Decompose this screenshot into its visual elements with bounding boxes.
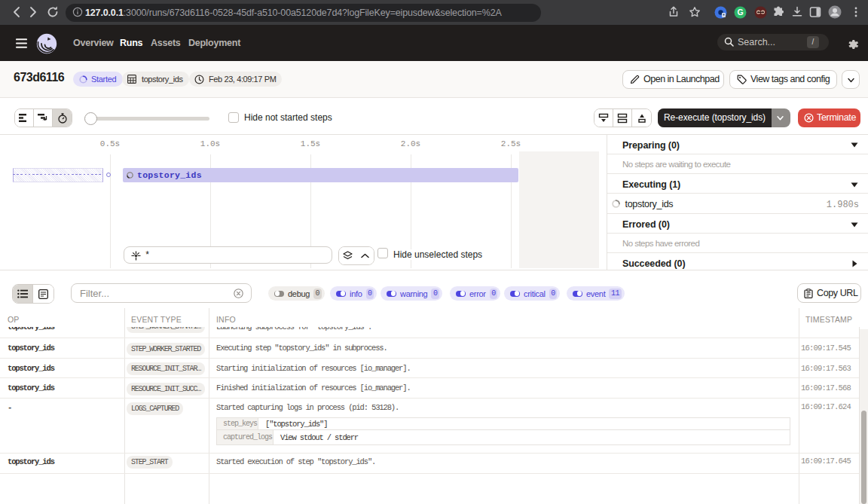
svg-text:G: G xyxy=(737,8,743,17)
